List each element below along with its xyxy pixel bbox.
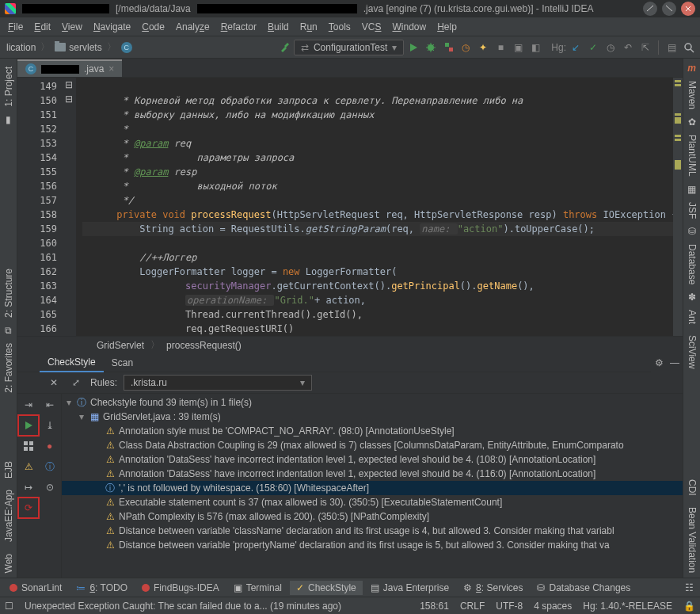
right-tab-cdi[interactable]: CDI [685, 475, 699, 501]
window-minimize-icon[interactable] [643, 2, 657, 16]
expand-icon[interactable]: ⤢ [68, 375, 84, 391]
filter-info-icon[interactable]: ⓘ [40, 457, 59, 476]
autoscroll-icon[interactable]: ⤓ [40, 416, 59, 435]
menu-refactor[interactable]: Refactor [216, 20, 261, 34]
menu-view[interactable]: View [57, 20, 87, 34]
menu-help[interactable]: Help [432, 20, 462, 34]
refresh-icon[interactable]: ⟳ [19, 498, 38, 517]
window-close-icon[interactable] [681, 2, 695, 16]
breadcrumb-class[interactable]: C [118, 40, 135, 55]
vcs-commit-icon[interactable]: ✓ [585, 40, 601, 55]
vcs-history-icon[interactable]: ◷ [603, 40, 618, 55]
panel-hide-icon[interactable]: — [667, 355, 683, 371]
menu-code[interactable]: Code [137, 20, 169, 34]
btab-terminal[interactable]: ▣Terminal [227, 581, 288, 595]
settings-icon[interactable]: ⊙ [40, 478, 59, 497]
exit-icon[interactable]: ◧ [527, 40, 543, 55]
attach-icon[interactable]: ✦ [475, 40, 491, 55]
left-tab-web[interactable]: Web [2, 549, 16, 578]
debug-button-icon[interactable] [423, 40, 439, 55]
btab-findbugs[interactable]: FindBugs-IDEA [135, 581, 226, 595]
breadcrumb-method-name[interactable]: processRequest() [166, 340, 242, 351]
breadcrumb-folder[interactable]: servlets [51, 40, 105, 55]
vcs-push-icon[interactable]: ⇱ [637, 40, 653, 55]
left-tab-favorites[interactable]: 2: Favorites [2, 338, 16, 398]
fold-gutter[interactable]: ⊟⊟ [62, 78, 76, 336]
vcs-revert-icon[interactable]: ↶ [620, 40, 636, 55]
btab-sonarlint[interactable]: SonarLint [3, 581, 68, 595]
menu-vcs[interactable]: VCS [357, 20, 386, 34]
close-tab-icon[interactable]: × [108, 63, 114, 74]
menu-file[interactable]: File [3, 20, 28, 34]
status-indent[interactable]: 4 spaces [534, 601, 572, 612]
right-tab-plantuml[interactable]: PlantUML [685, 130, 699, 181]
menu-navigate[interactable]: Navigate [89, 20, 135, 34]
code-area[interactable]: * Корневой метод обработки запроса к сер… [76, 78, 673, 336]
btab-checkstyle[interactable]: ✓CheckStyle [290, 581, 363, 595]
btab-javaee[interactable]: ▤Java Enterprise [364, 581, 455, 595]
collapse-tree-icon[interactable]: ⇤ [40, 395, 59, 414]
profile-icon[interactable]: ◷ [458, 40, 474, 55]
breadcrumb-class-name[interactable]: GridServlet [97, 340, 144, 351]
btab-dbchanges[interactable]: ⛁Database Changes [531, 581, 637, 595]
btab-services[interactable]: ⚙8: Services [457, 581, 529, 595]
event-log-icon[interactable]: ☷ [681, 580, 697, 596]
breadcrumb-segment[interactable]: lication [3, 40, 39, 55]
window-maximize-icon[interactable] [662, 2, 676, 16]
run-button-icon[interactable] [405, 40, 421, 55]
coverage-icon[interactable] [440, 40, 456, 55]
rules-combo[interactable]: .krista.ru ▾ [124, 375, 312, 391]
project-structure-icon[interactable]: ▤ [664, 40, 679, 55]
left-tab-ejb[interactable]: EJB [2, 456, 16, 483]
status-message[interactable]: Unexpected Exception Caught: The scan fa… [25, 601, 341, 612]
left-tab-project[interactable]: 1: Project [2, 62, 16, 112]
status-caret-pos[interactable]: 158:61 [420, 601, 449, 612]
close-results-icon[interactable]: ✕ [46, 375, 62, 391]
run-config-selector[interactable]: ⇄ ConfigurationTest ▾ [294, 40, 404, 55]
expand-tree-icon[interactable]: ⇥ [19, 395, 38, 414]
code-editor[interactable]: 1491501511521531541551561571581591601611… [17, 78, 683, 336]
menu-edit[interactable]: Edit [29, 20, 55, 34]
database-icon[interactable]: ⛁ [686, 225, 698, 238]
export-icon[interactable]: ↦ [19, 478, 38, 497]
jsf-icon[interactable]: ▦ [686, 183, 698, 196]
menu-analyze[interactable]: Analyze [171, 20, 215, 34]
rerun-button-icon[interactable] [19, 416, 38, 435]
left-tab-javaee[interactable]: JavaEE:App [2, 485, 16, 547]
vcs-update-icon[interactable]: ↙ [568, 40, 584, 55]
menu-run[interactable]: Run [295, 20, 322, 34]
editor-tab[interactable]: C .java × [17, 59, 122, 77]
panel-tab-scan[interactable]: Scan [104, 354, 141, 372]
maven-icon[interactable]: m [686, 62, 698, 74]
btab-todo[interactable]: ≔6: TODO [70, 581, 134, 595]
grid-icon[interactable] [19, 437, 38, 456]
status-lock-icon[interactable]: 🔒 [683, 601, 695, 612]
structure-icon[interactable]: ⧉ [2, 324, 15, 337]
filter-error-icon[interactable]: ● [40, 437, 59, 456]
right-tab-ant[interactable]: Ant [685, 305, 699, 329]
right-tab-database[interactable]: Database [685, 239, 699, 289]
plantuml-icon[interactable]: ✿ [686, 116, 698, 128]
pin-icon[interactable]: ⚠ [19, 457, 38, 476]
build-hammer-icon[interactable] [276, 40, 292, 55]
menu-tools[interactable]: Tools [324, 20, 356, 34]
error-stripe[interactable] [673, 78, 683, 336]
menu-build[interactable]: Build [263, 20, 294, 34]
panel-settings-icon[interactable]: ⚙ [651, 355, 667, 371]
panel-tab-checkstyle[interactable]: CheckStyle [40, 353, 104, 372]
left-tab-structure[interactable]: 2: Structure [2, 264, 16, 322]
ant-icon[interactable]: ✽ [686, 291, 698, 303]
menu-window[interactable]: Window [387, 20, 431, 34]
right-tab-maven[interactable]: Maven [685, 76, 699, 114]
bookmark-icon[interactable]: ▮ [2, 113, 15, 126]
status-vcs-branch[interactable]: Hg: 1.40.*-RELEASE [583, 601, 672, 612]
stop-icon[interactable]: ■ [493, 40, 508, 55]
status-line-sep[interactable]: CRLF [460, 601, 485, 612]
right-tab-beanval[interactable]: Bean Validation [685, 502, 699, 578]
results-tree[interactable]: ▾ⓘCheckstyle found 39 item(s) in 1 file(… [62, 394, 683, 578]
stop-all-icon[interactable]: ▣ [510, 40, 526, 55]
status-encoding[interactable]: UTF-8 [496, 601, 523, 612]
right-tab-sciview[interactable]: SciView [685, 330, 699, 373]
right-tab-jsf[interactable]: JSF [685, 197, 699, 223]
search-everywhere-icon[interactable] [681, 40, 697, 55]
